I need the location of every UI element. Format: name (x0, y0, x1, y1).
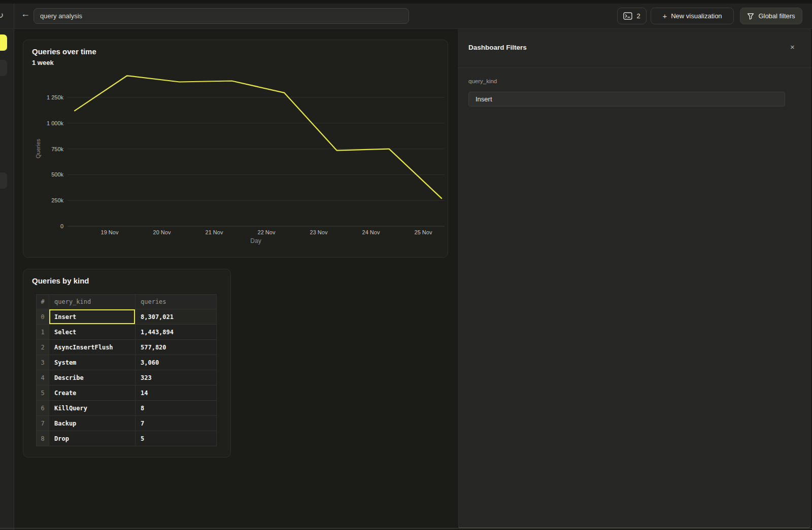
left-sidebar: ↻ (0, 4, 14, 530)
filter-field-label: query_kind (468, 78, 497, 84)
queries-by-kind-card: Queries by kind # query_kind queries 0In… (23, 269, 231, 457)
x-tick-label: 23 Nov (310, 229, 328, 235)
queries-line-chart[interactable]: 0250k500k750k1 000k1 250k19 Nov20 Nov21 … (23, 40, 449, 258)
x-tick-label: 21 Nov (206, 229, 223, 235)
panel-divider (458, 67, 811, 68)
global-filters-label: Global filters (758, 12, 795, 20)
table-title: Queries by kind (32, 276, 89, 285)
y-tick-label: 250k (51, 197, 63, 203)
funnel-icon (747, 13, 754, 20)
table-header: # query_kind queries (37, 295, 217, 309)
sidebar-item[interactable] (0, 172, 7, 189)
queries-by-kind-table: # query_kind queries 0Insert8,307,0211Se… (36, 294, 217, 446)
plus-icon: + (662, 12, 667, 20)
query-kind-cell[interactable]: AsyncInsertFlush (49, 340, 136, 355)
filters-panel-title: Dashboard Filters (468, 44, 527, 51)
row-index: 2 (37, 340, 49, 355)
row-index: 3 (37, 355, 49, 370)
console-icon (623, 12, 632, 20)
row-index: 1 (37, 325, 49, 340)
table-row[interactable]: 0Insert8,307,021 (37, 309, 217, 325)
table-row[interactable]: 2AsyncInsertFlush577,820 (37, 340, 217, 355)
query-kind-cell[interactable]: Backup (49, 416, 136, 431)
query-kind-filter-input[interactable] (468, 92, 785, 107)
queries-series-line (75, 76, 442, 198)
queries-count-cell[interactable]: 7 (136, 416, 217, 431)
row-index: 0 (37, 309, 49, 325)
window-top-strip (0, 0, 812, 4)
sidebar-item-active[interactable] (0, 34, 7, 51)
close-icon[interactable]: × (790, 43, 795, 51)
query-kind-cell[interactable]: KillQuery (49, 401, 136, 416)
dashboard-title-input[interactable] (33, 8, 409, 24)
row-index: 6 (37, 401, 49, 416)
queries-count-cell[interactable]: 5 (136, 431, 217, 446)
table-row[interactable]: 7Backup7 (37, 416, 217, 431)
new-visualization-button[interactable]: + New visualization (651, 8, 734, 24)
queries-count-cell[interactable]: 577,820 (136, 340, 217, 355)
table-row[interactable]: 8Drop5 (37, 431, 217, 446)
refresh-icon[interactable]: ↻ (0, 10, 4, 21)
col-header-query-kind: query_kind (49, 295, 136, 309)
x-tick-label: 19 Nov (101, 229, 119, 235)
new-visualization-label: New visualization (671, 12, 722, 20)
queries-count-cell[interactable]: 14 (136, 385, 217, 401)
table-row[interactable]: 4Describe323 (37, 370, 217, 385)
console-count-button[interactable]: 2 (617, 8, 647, 24)
row-index: 4 (37, 370, 49, 385)
x-tick-label: 24 Nov (362, 229, 380, 235)
table-row[interactable]: 5Create14 (37, 385, 217, 401)
x-axis-title: Day (250, 237, 261, 244)
table-row[interactable]: 1Select1,443,894 (37, 325, 217, 340)
query-kind-cell[interactable]: Drop (49, 431, 136, 446)
global-filters-button[interactable]: Global filters (740, 8, 802, 24)
x-tick-label: 25 Nov (415, 229, 432, 235)
queries-count-cell[interactable]: 3,060 (136, 355, 217, 370)
row-index: 5 (37, 385, 49, 401)
queries-count-cell[interactable]: 1,443,894 (136, 325, 217, 340)
y-tick-label: 0 (60, 223, 63, 229)
y-tick-label: 750k (51, 146, 63, 152)
y-tick-label: 1 000k (47, 120, 64, 126)
window-bottom-edge (0, 528, 812, 528)
queries-over-time-card: Queries over time 1 week 0250k500k750k1 … (23, 40, 448, 258)
dashboard-filters-panel: Dashboard Filters × query_kind (457, 29, 811, 528)
col-header-queries: queries (136, 295, 217, 309)
back-button[interactable]: ← (21, 9, 30, 18)
console-count: 2 (636, 12, 640, 20)
query-kind-cell[interactable]: Select (49, 325, 136, 340)
row-index: 8 (37, 431, 49, 446)
query-kind-cell[interactable]: Insert (49, 309, 136, 325)
y-tick-label: 1 250k (47, 94, 64, 100)
queries-count-cell[interactable]: 8,307,021 (136, 309, 217, 325)
topbar: ← 2 + New visualization Global filters (14, 4, 812, 28)
query-kind-cell[interactable]: Describe (49, 370, 136, 385)
row-index: 7 (37, 416, 49, 431)
col-header-index: # (37, 295, 49, 309)
y-axis-title: Queries (35, 138, 41, 158)
dashboard-canvas: Queries over time 1 week 0250k500k750k1 … (14, 29, 457, 530)
queries-count-cell[interactable]: 8 (136, 401, 217, 416)
table-row[interactable]: 3System3,060 (37, 355, 217, 370)
x-tick-label: 22 Nov (258, 229, 276, 235)
queries-count-cell[interactable]: 323 (136, 370, 217, 385)
x-tick-label: 20 Nov (153, 229, 171, 235)
query-kind-cell[interactable]: System (49, 355, 136, 370)
table-row[interactable]: 6KillQuery8 (37, 401, 217, 416)
query-kind-cell[interactable]: Create (49, 385, 136, 401)
y-tick-label: 500k (51, 171, 63, 178)
sidebar-item[interactable] (0, 60, 7, 76)
